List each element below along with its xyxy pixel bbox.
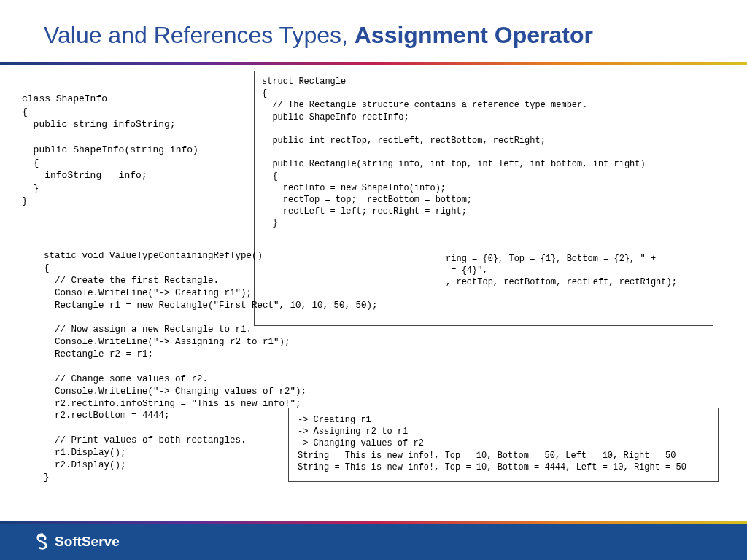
content-area: class ShapeInfo { public string infoStri… — [22, 71, 725, 490]
brand-logo: SoftServe — [33, 532, 120, 551]
footer-bar: SoftServe — [0, 524, 747, 560]
title-bold: Assignment Operator — [355, 22, 593, 48]
code-shapeinfo: class ShapeInfo { public string infoStri… — [22, 93, 198, 208]
softserve-icon — [33, 532, 52, 551]
footer: SoftServe — [0, 521, 747, 560]
brand-text: SoftServe — [55, 534, 120, 550]
divider-gradient — [0, 62, 747, 65]
slide-title: Value and References Types, Assignment O… — [0, 0, 747, 62]
title-light: Value and References Types, — [44, 22, 355, 48]
code-method: static void ValueTypeContainingRefType()… — [44, 250, 378, 484]
